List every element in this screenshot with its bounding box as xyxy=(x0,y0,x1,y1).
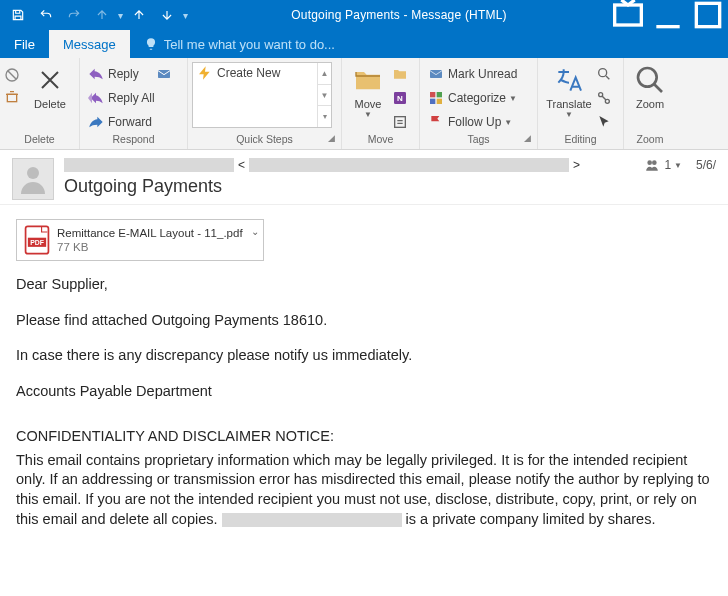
sender-avatar xyxy=(12,158,54,200)
reply-count-value: 1 xyxy=(664,158,671,172)
svg-text:PDF: PDF xyxy=(30,239,44,246)
attachment-dropdown[interactable]: ⌄ xyxy=(251,226,259,237)
more-respond-button[interactable] xyxy=(159,63,173,85)
move-button[interactable]: Move ▼ xyxy=(346,60,390,119)
quick-steps-gallery[interactable]: Create New ▲ ▼ ▾ xyxy=(192,62,332,128)
reply-all-button[interactable]: Reply All xyxy=(84,87,159,109)
pdf-icon: PDF xyxy=(23,224,51,256)
sender-name-redacted xyxy=(64,158,234,172)
quick-access-toolbar: ▾ ▾ xyxy=(0,0,190,30)
related-button[interactable] xyxy=(596,87,616,109)
tab-message[interactable]: Message xyxy=(49,30,130,58)
zoom-button[interactable]: Zoom xyxy=(628,60,672,110)
angle-close: > xyxy=(573,158,580,172)
body-greeting: Dear Supplier, xyxy=(16,275,712,295)
message-date: 5/6/ xyxy=(696,158,716,172)
quick-steps-dialog-launcher[interactable]: ◢ xyxy=(328,133,335,143)
reply-dropdown[interactable]: 1 ▼ xyxy=(643,158,682,172)
qs-scroll-up[interactable]: ▲ xyxy=(318,63,331,85)
svg-rect-0 xyxy=(615,5,642,25)
svg-rect-11 xyxy=(430,99,435,104)
group-zoom: Zoom Zoom xyxy=(624,58,676,149)
group-label-editing: Editing xyxy=(542,133,619,149)
group-tags: Mark Unread Categorize▼ Follow Up▼ Tags◢ xyxy=(420,58,538,149)
svg-rect-7 xyxy=(395,117,406,128)
svg-rect-1 xyxy=(696,3,719,26)
svg-rect-8 xyxy=(430,70,442,78)
window-controls xyxy=(608,0,728,30)
qs-scroll-down[interactable]: ▼ xyxy=(318,85,331,107)
tell-me-search[interactable]: Tell me what you want to do... xyxy=(130,30,349,58)
group-move: Move ▼ N Move xyxy=(342,58,420,149)
group-label-delete: Delete xyxy=(4,133,75,149)
undo-button[interactable] xyxy=(32,0,60,30)
message-subject: Outgoing Payments xyxy=(64,176,633,197)
mark-unread-button[interactable]: Mark Unread xyxy=(424,63,521,85)
reply-button[interactable]: Reply xyxy=(84,63,159,85)
svg-point-16 xyxy=(638,68,657,87)
group-respond: Reply Reply All Forward Respond xyxy=(80,58,188,149)
svg-point-17 xyxy=(27,167,39,179)
company-name-redacted xyxy=(222,513,402,527)
svg-rect-3 xyxy=(7,94,16,101)
qat-separator: ▾ xyxy=(116,10,125,21)
redo-button[interactable] xyxy=(60,0,88,30)
group-label-move: Move xyxy=(346,133,415,149)
minimize-button[interactable] xyxy=(648,0,688,30)
svg-rect-4 xyxy=(158,70,170,78)
group-label-zoom: Zoom xyxy=(628,133,672,149)
svg-point-18 xyxy=(648,160,653,165)
qs-expand[interactable]: ▾ xyxy=(318,106,331,127)
attachment-size: 77 KB xyxy=(57,240,243,254)
tab-file[interactable]: File xyxy=(0,30,49,58)
svg-text:N: N xyxy=(397,94,403,103)
window-title: Outgoing Payments - Message (HTML) xyxy=(190,8,608,22)
ribbon: Delete Delete Reply Reply All Forward Re… xyxy=(0,58,728,150)
body-line2: In case there is any discrepancy please … xyxy=(16,346,712,366)
message-header: < > Outgoing Payments 1 ▼ 5/6/ xyxy=(0,150,728,205)
select-button[interactable] xyxy=(596,111,616,133)
qat-customize[interactable]: ▾ xyxy=(181,10,190,21)
follow-up-button[interactable]: Follow Up▼ xyxy=(424,111,521,133)
disclaimer-text: This email contains proprietary informat… xyxy=(16,451,712,529)
group-label-quick-steps: Quick Steps xyxy=(236,133,293,145)
send-receive-button[interactable] xyxy=(88,0,116,30)
chevron-down-icon: ▼ xyxy=(565,110,573,119)
rules-button[interactable] xyxy=(392,63,412,85)
save-button[interactable] xyxy=(4,0,32,30)
ribbon-display-options[interactable] xyxy=(608,0,648,30)
group-quick-steps: Create New ▲ ▼ ▾ Quick Steps◢ xyxy=(188,58,342,149)
categorize-button[interactable]: Categorize▼ xyxy=(424,87,521,109)
group-label-tags: Tags xyxy=(467,133,489,145)
svg-rect-12 xyxy=(437,99,442,104)
group-label-respond: Respond xyxy=(84,133,183,149)
title-bar: ▾ ▾ Outgoing Payments - Message (HTML) xyxy=(0,0,728,30)
delete-button[interactable]: Delete xyxy=(28,60,72,110)
junk-button[interactable] xyxy=(4,86,28,108)
tags-dialog-launcher[interactable]: ◢ xyxy=(524,133,531,143)
sender-email-redacted xyxy=(249,158,569,172)
forward-button[interactable]: Forward xyxy=(84,111,159,133)
attachment-filename: Remittance E-MAIL Layout - 11_.pdf xyxy=(57,226,243,240)
ignore-button[interactable] xyxy=(4,64,28,86)
find-button[interactable] xyxy=(596,63,616,85)
disclaimer-title: CONFIDENTIALITY AND DISCLAIMER NOTICE: xyxy=(16,427,712,447)
svg-point-13 xyxy=(599,69,607,77)
previous-item-button[interactable] xyxy=(125,0,153,30)
actions-button[interactable] xyxy=(392,111,412,133)
body-line1: Please find attached Outgoing Payments 1… xyxy=(16,311,712,331)
svg-rect-9 xyxy=(430,92,435,97)
quick-step-create-new[interactable]: Create New xyxy=(193,63,331,83)
message-body: Dear Supplier, Please find attached Outg… xyxy=(0,265,728,543)
group-delete: Delete Delete xyxy=(0,58,80,149)
chevron-down-icon: ▼ xyxy=(674,161,682,170)
onenote-button[interactable]: N xyxy=(392,87,412,109)
maximize-button[interactable] xyxy=(688,0,728,30)
group-editing: Translate ▼ Editing xyxy=(538,58,624,149)
body-signature: Accounts Payable Department xyxy=(16,382,712,402)
svg-rect-10 xyxy=(437,92,442,97)
attachment-item[interactable]: PDF Remittance E-MAIL Layout - 11_.pdf 7… xyxy=(16,219,264,261)
angle-open: < xyxy=(238,158,245,172)
next-item-button[interactable] xyxy=(153,0,181,30)
translate-button[interactable]: Translate ▼ xyxy=(542,60,596,119)
